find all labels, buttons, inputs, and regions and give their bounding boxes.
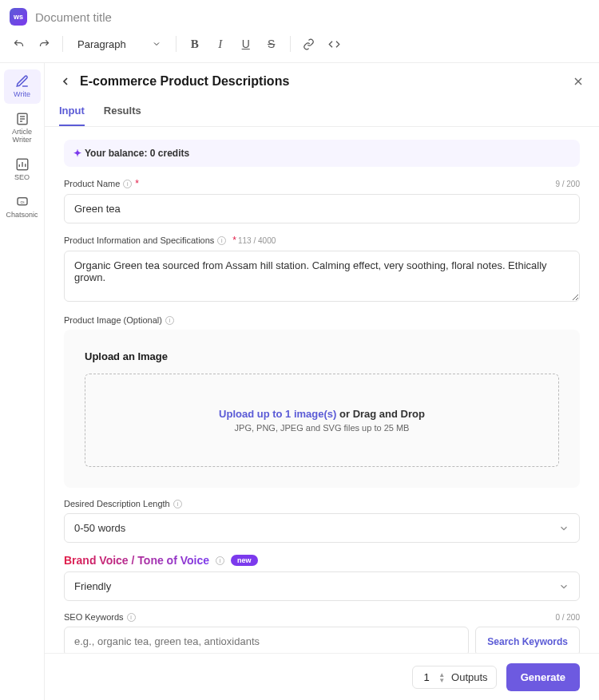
sidebar-item-label: Write bbox=[14, 91, 30, 99]
product-name-label: Product Name i * bbox=[64, 178, 139, 189]
strikethrough-button[interactable]: S bbox=[261, 34, 282, 54]
stepper-icon[interactable]: ▲ ▼ bbox=[438, 672, 445, 683]
balance-banner: ✦ Your balance: 0 credits bbox=[64, 140, 580, 167]
info-icon[interactable]: i bbox=[217, 236, 226, 245]
product-image-label: Product Image (Optional) i bbox=[64, 315, 580, 325]
undo-button[interactable] bbox=[8, 34, 29, 54]
sidebar-item-chatsonic[interactable]: cs Chatsonic bbox=[4, 190, 41, 224]
editor-toolbar: Paragraph B I U S bbox=[0, 30, 599, 63]
desired-length-value: 0-50 words bbox=[74, 522, 125, 534]
sidebar-item-seo[interactable]: SEO bbox=[4, 152, 41, 187]
info-icon[interactable]: i bbox=[173, 500, 182, 508]
info-icon[interactable]: i bbox=[127, 613, 136, 622]
panel-title: E-commerce Product Descriptions bbox=[80, 74, 564, 89]
svg-text:cs: cs bbox=[20, 199, 25, 204]
new-badge: new bbox=[231, 555, 258, 566]
code-button[interactable] bbox=[324, 34, 345, 54]
product-name-counter: 9 / 200 bbox=[555, 180, 580, 188]
chevron-down-icon bbox=[558, 581, 569, 592]
product-info-textarea[interactable] bbox=[64, 251, 580, 302]
balance-text: Your balance: 0 credits bbox=[85, 148, 189, 159]
required-asterisk: * bbox=[135, 178, 139, 189]
info-icon[interactable]: i bbox=[123, 180, 132, 188]
chevron-down-icon bbox=[152, 39, 161, 49]
redo-button[interactable] bbox=[34, 34, 54, 54]
write-icon bbox=[15, 74, 30, 89]
chat-icon: cs bbox=[15, 195, 30, 209]
product-info-counter: 113 / 4000 bbox=[238, 236, 276, 245]
dropzone-subtext: JPG, PNG, JPEG and SVG files up to 25 MB bbox=[93, 423, 550, 433]
upload-card: Upload an Image Upload up to 1 image(s) … bbox=[64, 330, 580, 488]
seo-icon bbox=[15, 157, 30, 172]
article-icon bbox=[15, 112, 30, 126]
outputs-label: Outputs bbox=[451, 671, 488, 683]
outputs-value: 1 bbox=[421, 671, 432, 683]
dropzone-text: or Drag and Drop bbox=[336, 408, 425, 420]
tab-input[interactable]: Input bbox=[59, 97, 85, 126]
paragraph-style-select[interactable]: Paragraph bbox=[71, 35, 168, 53]
outputs-stepper[interactable]: 1 ▲ ▼ Outputs bbox=[412, 666, 496, 689]
seo-keywords-label: SEO Keywords i bbox=[64, 612, 136, 622]
info-icon[interactable]: i bbox=[165, 316, 174, 325]
underline-button[interactable]: U bbox=[236, 34, 256, 54]
chevron-down-icon bbox=[558, 523, 569, 534]
info-icon[interactable]: i bbox=[216, 556, 224, 565]
upload-link[interactable]: Upload up to 1 image(s) bbox=[219, 408, 336, 420]
seo-keywords-input[interactable] bbox=[64, 627, 469, 653]
brand-voice-select[interactable]: Friendly bbox=[64, 571, 580, 601]
back-button[interactable] bbox=[59, 75, 72, 88]
tab-results[interactable]: Results bbox=[104, 97, 141, 126]
upload-heading: Upload an Image bbox=[85, 350, 559, 362]
link-button[interactable] bbox=[299, 34, 319, 54]
product-info-label: Product Information and Specifications i… bbox=[64, 235, 276, 246]
brand-voice-label: Brand Voice / Tone of Voice bbox=[64, 554, 209, 567]
chevron-down-icon[interactable]: ▼ bbox=[438, 678, 445, 683]
paragraph-style-label: Paragraph bbox=[77, 38, 126, 50]
bolt-icon: ✦ bbox=[73, 148, 81, 159]
search-keywords-button[interactable]: Search Keywords bbox=[475, 627, 580, 653]
left-sidebar: Write Article Writer SEO cs Chatsonic bbox=[0, 63, 45, 700]
generate-button[interactable]: Generate bbox=[506, 663, 580, 691]
sidebar-item-label: Chatsonic bbox=[6, 212, 38, 219]
brand-voice-value: Friendly bbox=[74, 580, 111, 592]
app-logo: ws bbox=[10, 8, 27, 26]
italic-button[interactable]: I bbox=[210, 34, 231, 54]
sidebar-item-label: Article Writer bbox=[6, 129, 39, 144]
seo-keywords-counter: 0 / 200 bbox=[555, 613, 580, 622]
sidebar-item-article-writer[interactable]: Article Writer bbox=[4, 107, 41, 149]
desired-length-label: Desired Description Length i bbox=[64, 499, 580, 508]
bold-button[interactable]: B bbox=[184, 34, 205, 54]
sidebar-item-write[interactable]: Write bbox=[4, 69, 41, 104]
document-title[interactable]: Document title bbox=[35, 10, 112, 24]
close-button[interactable] bbox=[572, 75, 585, 88]
sidebar-item-label: SEO bbox=[14, 174, 30, 182]
desired-length-select[interactable]: 0-50 words bbox=[64, 513, 580, 543]
image-dropzone[interactable]: Upload up to 1 image(s) or Drag and Drop… bbox=[85, 374, 559, 467]
product-name-input[interactable] bbox=[64, 194, 580, 223]
